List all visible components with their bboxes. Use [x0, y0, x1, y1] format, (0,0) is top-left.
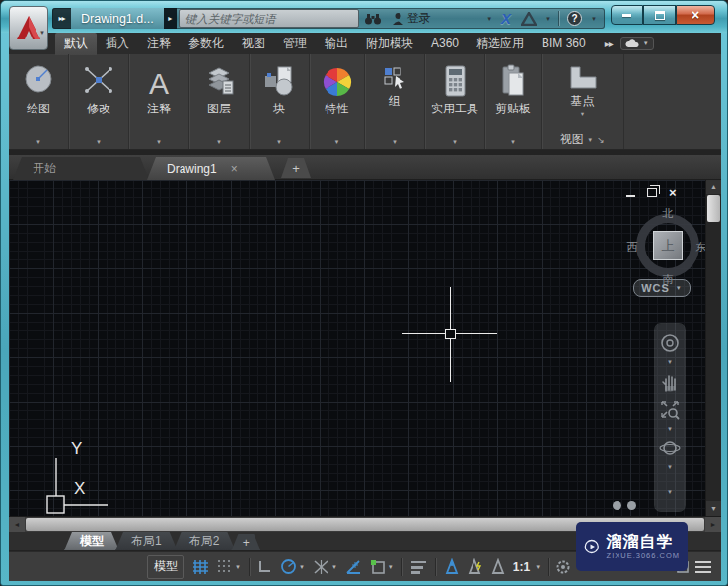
a360-dropdown[interactable]: ▼ — [542, 16, 555, 22]
drawing-minimize-icon[interactable] — [626, 195, 635, 197]
ortho-mode-button[interactable] — [254, 555, 276, 579]
chevron-down-icon[interactable]: ▼ — [331, 564, 337, 570]
grid-display-button[interactable] — [188, 555, 213, 579]
layout-tab-layout2[interactable]: 布局2 — [174, 532, 236, 550]
a360-button[interactable] — [516, 8, 542, 29]
panel-draw[interactable]: 绘图 ▼ — [9, 54, 69, 149]
view-panel-footer[interactable]: 视图 ▼ ↘ — [542, 132, 623, 147]
layout-tab-layout1[interactable]: 布局1 — [115, 532, 178, 550]
file-tab-start[interactable]: 开始 — [13, 157, 149, 180]
chevron-down-icon[interactable]: ▼ — [667, 426, 673, 432]
panel-expand-icon[interactable]: ▼ — [189, 139, 249, 145]
panel-layers[interactable]: 图层 ▼ — [189, 54, 250, 149]
doc-flyout-button[interactable]: ▸ — [164, 8, 177, 29]
scroll-left-button[interactable]: ◄ — [9, 517, 25, 532]
vertical-scroll-thumb[interactable] — [707, 195, 720, 222]
ribbon-tab-parametric[interactable]: 参数化 — [180, 33, 233, 55]
panel-expand-icon[interactable]: ▼ — [69, 139, 128, 145]
orbit-icon[interactable] — [659, 438, 681, 458]
ribbon-display-toggle[interactable]: ▼ — [620, 37, 654, 50]
search-input[interactable] — [179, 9, 359, 28]
panel-block[interactable]: 块 ▼ — [250, 54, 310, 149]
panel-clipboard[interactable]: 剪贴板 ▼ — [485, 54, 542, 149]
panel-view[interactable]: 基点 ▼ 视图 ▼ ↘ — [542, 54, 624, 149]
polar-tracking-button[interactable]: ▼ — [276, 555, 309, 579]
document-title[interactable]: Drawing1.d... — [71, 8, 164, 29]
viewcube-top-face[interactable]: 上 — [653, 231, 683, 260]
chevron-down-icon[interactable]: ▼ — [299, 564, 305, 570]
panel-properties[interactable]: 特性 ▼ — [310, 54, 365, 149]
tab-close-icon[interactable]: × — [231, 162, 238, 176]
help-dropdown[interactable]: ▼ — [587, 16, 601, 22]
panel-annotate[interactable]: A 注释 ▼ — [129, 54, 189, 149]
ribbon-tab-home[interactable]: 默认 — [55, 33, 97, 55]
panel-utilities[interactable]: 实用工具 ▼ — [425, 54, 485, 149]
object-snap-tracking-button[interactable] — [341, 555, 366, 579]
zoom-extents-icon[interactable] — [659, 399, 681, 420]
viewcube-west[interactable]: 西 — [622, 240, 642, 255]
application-menu-button[interactable]: ▼ — [9, 6, 48, 50]
search-button[interactable] — [359, 8, 387, 29]
annotation-scale-value[interactable]: 1:1 ▼ — [509, 560, 545, 574]
new-layout-button[interactable]: + — [231, 534, 260, 550]
panel-expand-icon[interactable]: ▼ — [365, 139, 424, 145]
scroll-up-button[interactable]: ▲ — [706, 180, 721, 194]
drawing-close-icon[interactable]: × — [669, 186, 677, 199]
workspace-switching-button[interactable] — [554, 558, 572, 576]
viewcube-east[interactable]: 东 — [692, 240, 705, 255]
sign-in-dropdown[interactable]: ▼ — [482, 16, 496, 22]
scroll-down-button[interactable]: ▼ — [706, 501, 721, 516]
base-point-dropdown-icon[interactable]: ▼ — [580, 111, 585, 117]
panel-expand-icon[interactable]: ▼ — [485, 139, 541, 145]
ribbon-tab-featured-apps[interactable]: 精选应用 — [468, 33, 533, 55]
annotation-visibility-button[interactable] — [440, 555, 464, 579]
ribbon-tab-addins[interactable]: 附加模块 — [357, 33, 422, 55]
restore-button[interactable] — [643, 5, 676, 25]
customization-menu-button[interactable] — [695, 561, 711, 573]
panel-expand-icon[interactable]: ▼ — [129, 139, 188, 145]
new-drawing-tab-button[interactable]: + — [281, 158, 311, 178]
ribbon-tab-a360[interactable]: A360 — [422, 34, 468, 53]
drawing-canvas[interactable]: × 北 南 西 东 上 WCS ▼ ▼ — [9, 180, 705, 516]
help-button[interactable]: ? — [562, 8, 587, 29]
chevron-down-icon[interactable]: ▼ — [667, 464, 673, 470]
wcs-selector[interactable]: WCS ▼ — [633, 279, 691, 297]
snap-mode-button[interactable]: ▼ — [213, 555, 245, 579]
minimize-button[interactable] — [611, 5, 643, 25]
pan-hand-icon[interactable] — [660, 371, 680, 393]
annotation-scale-button[interactable] — [487, 555, 509, 579]
chevron-down-icon[interactable]: ▼ — [388, 564, 394, 570]
ribbon-tab-manage[interactable]: 管理 — [274, 33, 316, 55]
ribbon-tab-annotate[interactable]: 注释 — [138, 33, 180, 55]
panel-expand-icon[interactable]: ▼ — [9, 139, 68, 145]
panel-modify[interactable]: 修改 ▼ — [69, 54, 129, 149]
navbar-more-icon[interactable]: ▼ — [667, 489, 673, 495]
autoscale-button[interactable] — [464, 555, 487, 579]
ribbon-tab-bim360[interactable]: BIM 360 — [533, 34, 595, 53]
vertical-scroll-track[interactable] — [706, 223, 721, 501]
panel-expand-icon[interactable]: ▼ — [250, 139, 309, 145]
ribbon-tab-output[interactable]: 输出 — [316, 33, 357, 55]
layout-tab-model[interactable]: 模型 — [64, 532, 119, 550]
model-space-button[interactable]: 模型 — [147, 555, 184, 579]
file-tab-drawing1[interactable]: Drawing1 × — [147, 157, 275, 180]
exchange-apps-button[interactable]: X — [496, 8, 516, 29]
panel-expand-icon[interactable]: ▼ — [310, 139, 364, 145]
chevron-down-icon[interactable]: ▼ — [667, 359, 673, 365]
ribbon-tab-insert[interactable]: 插入 — [97, 33, 138, 55]
sign-in-button[interactable]: 登录 — [387, 8, 436, 29]
object-snap-button[interactable]: ▼ — [366, 555, 398, 579]
qat-overflow-button[interactable]: ▸▸ — [52, 14, 71, 23]
panel-expand-icon[interactable]: ▼ — [425, 139, 484, 145]
lineweight-button[interactable] — [406, 555, 431, 579]
chevron-down-icon[interactable]: ▼ — [235, 564, 241, 570]
isometric-drafting-button[interactable]: ▼ — [309, 555, 341, 579]
scroll-right-button[interactable]: ► — [705, 517, 721, 532]
ribbon-tab-view[interactable]: 视图 — [233, 33, 274, 55]
viewcube-north[interactable]: 北 — [658, 206, 678, 221]
vertical-scrollbar[interactable]: ▲ ▼ — [705, 180, 721, 516]
panel-groups[interactable]: 组 ▼ — [365, 54, 425, 149]
navigation-wheel-icon[interactable] — [660, 333, 680, 353]
ribbon-overflow-button[interactable]: ▸▸ — [601, 38, 617, 49]
drawing-restore-icon[interactable] — [647, 188, 657, 197]
